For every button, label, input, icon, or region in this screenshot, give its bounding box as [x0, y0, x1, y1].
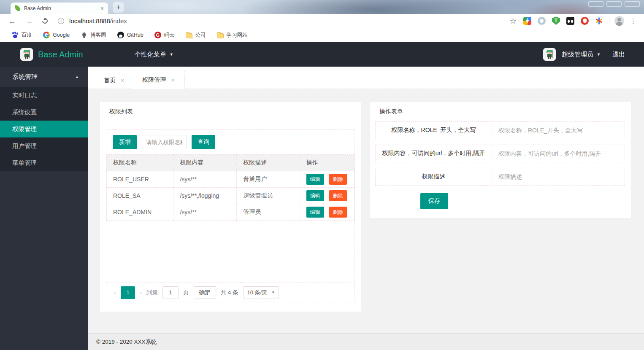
browser-menu-icon[interactable]: ⋮	[630, 17, 636, 25]
search-button[interactable]: 查询	[192, 135, 215, 149]
permission-list-panel: 权限列表 新增 查询 权限名称权限内容权限描述操作 ROLE_USER /sys…	[100, 101, 361, 312]
extension-asterisk-icon[interactable]	[595, 17, 603, 25]
goto-prefix-label: 到第	[146, 289, 158, 296]
app-tab[interactable]: 权限管理 ×	[132, 71, 185, 89]
maximize-button[interactable]	[606, 1, 622, 7]
reload-icon[interactable]	[41, 17, 49, 24]
baidu-icon	[12, 32, 19, 38]
panel-title: 操作表单	[370, 102, 631, 116]
sidebar-item[interactable]: 用户管理	[0, 137, 88, 154]
edit-button[interactable]: 编辑	[306, 207, 324, 218]
app-logo-avatar[interactable]	[20, 48, 33, 61]
form-fields: 权限名称，ROLE_开头，全大写 权限内容，可访问的url，多个时用,隔开 权限…	[375, 121, 625, 186]
delete-button[interactable]: 删除	[329, 190, 347, 201]
bookmark-item[interactable]: 百度	[12, 32, 32, 39]
sidebar-item[interactable]: 菜单管理	[0, 154, 88, 171]
extension-adblock-icon[interactable]	[581, 17, 589, 25]
goto-page-input[interactable]	[162, 286, 179, 299]
user-dropdown[interactable]: 超级管理员 ▼	[562, 51, 601, 59]
edit-button[interactable]: 编辑	[306, 174, 324, 185]
cell-actions: 编辑 删除	[300, 188, 354, 204]
browser-tabstrip: Base Admin × +	[0, 0, 644, 14]
forward-icon[interactable]: →	[25, 17, 33, 25]
cell-permission-name: ROLE_SA	[107, 188, 173, 204]
folder-icon	[186, 33, 192, 38]
personalized-menu[interactable]: 个性化菜单 ▼	[135, 51, 173, 59]
browser-profile-avatar[interactable]	[614, 16, 624, 26]
sidebar-item[interactable]: 权限管理	[0, 121, 88, 137]
url-text[interactable]: localhost:8888/index	[69, 17, 127, 24]
form-row: 权限描述	[375, 168, 625, 186]
goto-confirm-button[interactable]: 确定	[194, 286, 216, 299]
bookmark-item[interactable]: 码云	[154, 32, 175, 39]
panel-title: 权限列表	[100, 102, 361, 116]
site-info-icon[interactable]: i	[58, 18, 64, 24]
github-icon	[117, 32, 124, 38]
prev-page-icon[interactable]: ‹	[114, 289, 116, 296]
folder-icon	[217, 33, 224, 38]
sidebar-item[interactable]: 实时日志	[0, 87, 88, 104]
table-header-row: 权限名称权限内容权限描述操作	[107, 155, 354, 171]
bookmark-item[interactable]: Google	[43, 32, 70, 38]
extension-shield-icon[interactable]	[552, 17, 560, 25]
delete-button[interactable]: 删除	[329, 174, 347, 185]
chevron-up-icon: ▲	[75, 75, 79, 79]
close-button[interactable]	[625, 1, 640, 7]
new-tab-button[interactable]: +	[113, 2, 124, 13]
form-field-input-box	[493, 121, 625, 139]
table-row: ROLE_SA /sys/**,/logging 超级管理员 编辑 删除	[107, 188, 354, 204]
sidebar-group-system[interactable]: 系统管理 ▲	[0, 67, 88, 87]
bookmark-item[interactable]: 公司	[186, 32, 206, 39]
back-icon[interactable]: ←	[8, 17, 16, 25]
cell-permission-content: /sys/**	[173, 204, 237, 221]
gitee-icon	[154, 32, 161, 38]
extensions-row	[523, 17, 603, 25]
delete-button[interactable]: 删除	[329, 207, 347, 218]
app-brand[interactable]: Base Admin	[38, 50, 83, 59]
minimize-button[interactable]	[588, 1, 603, 7]
cell-permission-desc: 超级管理员	[237, 188, 300, 204]
form-field-input[interactable]	[493, 173, 625, 180]
tab-close-icon[interactable]: ×	[171, 77, 174, 83]
tab-close-icon[interactable]: ×	[100, 5, 104, 11]
table-empty-space	[106, 221, 354, 283]
app-tabbar: 首页 × 权限管理 ×	[88, 67, 644, 89]
next-page-icon[interactable]: ›	[140, 289, 142, 296]
form-field-label: 权限描述	[375, 168, 492, 186]
table-row: ROLE_USER /sys/** 普通用户 编辑 删除	[107, 171, 354, 188]
address-bar[interactable]: i localhost:8888/index	[58, 17, 510, 24]
chevron-down-icon: ▼	[597, 53, 601, 57]
page-size-select[interactable]: 10 条/页 ▼	[243, 286, 279, 299]
extension-donut-icon[interactable]	[538, 17, 546, 25]
google-icon	[43, 32, 50, 38]
form-field-label: 权限名称，ROLE_开头，全大写	[375, 121, 492, 139]
bookmark-star-icon[interactable]: ☆	[510, 16, 517, 26]
add-button[interactable]: 新增	[113, 135, 137, 149]
tab-close-icon[interactable]: ×	[121, 77, 124, 84]
form-field-input-box	[493, 168, 625, 186]
browser-toolbar: ← → i localhost:8888/index ☆ ⋮	[0, 14, 644, 28]
form-field-input[interactable]	[493, 150, 625, 157]
bookmark-item[interactable]: GitHub	[117, 32, 143, 38]
edit-button[interactable]: 编辑	[306, 190, 324, 201]
sidebar-submenu: 实时日志 系统设置 权限管理 用户管理 菜单管理	[0, 87, 88, 171]
form-field-input[interactable]	[493, 127, 625, 134]
spring-boot-favicon-icon	[14, 5, 21, 11]
search-input[interactable]	[142, 135, 187, 149]
current-page-button[interactable]: 1	[121, 286, 135, 299]
browser-tab[interactable]: Base Admin ×	[11, 3, 108, 14]
bookmark-item[interactable]: 学习网站	[217, 32, 248, 39]
window-controls	[588, 1, 640, 7]
extension-tampermonkey-icon[interactable]	[566, 17, 574, 25]
bookmark-item[interactable]: 博客园	[81, 32, 106, 39]
app-tab[interactable]: 首页 ×	[96, 72, 132, 89]
extension-grid-icon[interactable]	[523, 17, 531, 25]
cell-actions: 编辑 删除	[300, 204, 354, 221]
sidebar-item[interactable]: 系统设置	[0, 104, 88, 121]
save-button[interactable]: 保存	[420, 193, 448, 209]
form-row: 权限名称，ROLE_开头，全大写	[375, 121, 625, 139]
logout-button[interactable]: 退出	[612, 51, 625, 59]
user-avatar[interactable]	[543, 48, 556, 61]
permission-list-body: 新增 查询 权限名称权限内容权限描述操作 ROLE_USER /sys/** 普…	[106, 129, 355, 302]
toolbar-divider	[609, 17, 609, 25]
